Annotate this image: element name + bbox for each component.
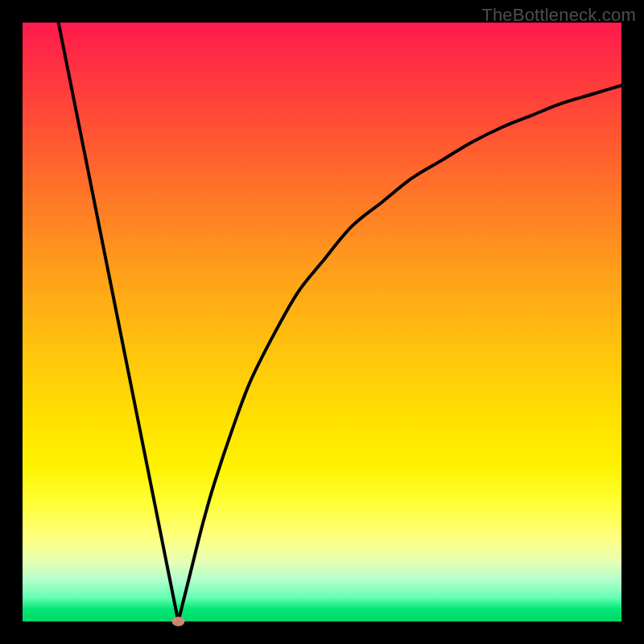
- curve-svg: [23, 23, 621, 621]
- bottleneck-curve: [59, 23, 621, 621]
- plot-area: [23, 23, 621, 621]
- chart-container: TheBottleneck.com: [0, 0, 644, 644]
- min-marker: [171, 617, 184, 626]
